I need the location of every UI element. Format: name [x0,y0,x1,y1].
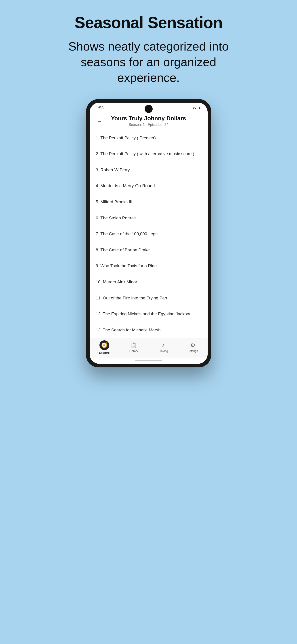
episode-item[interactable]: 12. The Expiring Nickels and the Egyptia… [96,306,201,322]
library-label: Library [129,349,138,353]
bottom-nav: 🧭 Explore 📋 Library ♪ Playing ⚙ Settings [90,338,208,358]
status-icons: ▾▴ ▲ [193,106,201,110]
library-icon: 📋 [130,342,137,348]
nav-item-explore[interactable]: 🧭 Explore [90,340,119,354]
episode-item[interactable]: 6. The Stolen Portrait [96,210,201,226]
episode-list: 1. The Perikoff Policy ( Premier)2. The … [90,130,208,338]
settings-icon: ⚙ [190,342,195,348]
home-indicator-bar [135,360,162,361]
episode-item[interactable]: 7. The Case of the 100,000 Legs [96,226,201,242]
episode-item[interactable]: 8. The Case of Barton Drake [96,242,201,258]
nav-item-library[interactable]: 📋 Library [119,342,149,353]
episode-item[interactable]: 3. Robert W Perry [96,162,201,178]
status-bar: 1:53 ▾▴ ▲ [90,103,208,113]
episode-item[interactable]: 1. The Perikoff Policy ( Premier) [96,130,201,146]
episode-item[interactable]: 5. Milford Brooks III [96,194,201,210]
wifi-icon: ▾▴ [193,106,196,110]
explore-icon: 🧭 [99,340,109,350]
show-title: Yours Truly Johnny Dollars [96,115,201,122]
show-meta: Season: 1 | Episodes: 24 [96,123,201,127]
app-header: ← Yours Truly Johnny Dollars Season: 1 |… [90,113,208,130]
status-time: 1:53 [96,106,104,110]
playing-label: Playing [158,349,168,353]
home-indicator [90,358,208,364]
settings-label: Settings [188,349,198,353]
back-button[interactable]: ← [95,116,104,126]
signal-icon: ▲ [198,106,201,110]
episode-item[interactable]: 11. Out of the Fire Into the Frying Pan [96,290,201,306]
episode-item[interactable]: 9. Who Took the Taxis for a Ride [96,258,201,274]
playing-icon: ♪ [162,342,165,348]
episode-item[interactable]: 10. Murder Ain't Minor [96,274,201,290]
nav-item-settings[interactable]: ⚙ Settings [178,342,208,353]
explore-label: Explore [99,351,110,354]
episode-item[interactable]: 2. The Perikoff Policy ( with alternativ… [96,146,201,162]
episode-item[interactable]: 4. Murder is a Merry-Go-Round [96,178,201,194]
phone-screen: 1:53 ▾▴ ▲ ← Yours Truly Johnny Dollars S… [90,103,208,364]
page-title: Seasonal Sensation [74,14,222,32]
episode-item[interactable]: 13. The Search for Michelle Marsh [96,322,201,338]
page-subtitle: Shows neatly categorized into seasons fo… [48,38,249,86]
phone-frame: 1:53 ▾▴ ▲ ← Yours Truly Johnny Dollars S… [86,99,211,368]
nav-item-playing[interactable]: ♪ Playing [149,342,178,353]
camera-notch [145,105,153,113]
